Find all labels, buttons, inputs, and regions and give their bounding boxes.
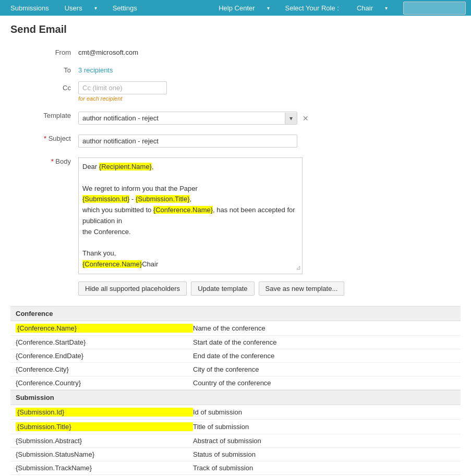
placeholder-desc: Track of submission — [193, 464, 455, 472]
template-dropdown-btn[interactable]: ▾ — [285, 113, 297, 124]
hide-placeholders-button[interactable]: Hide all supported placeholders — [78, 282, 187, 296]
body-line-conference: which you submitted to {Conference.Name}… — [82, 205, 298, 227]
subject-row: Subject — [10, 132, 461, 148]
placeholder-name: {Submission.TrackName} — [16, 464, 193, 472]
nav-role[interactable]: Chair ▾ — [346, 0, 398, 16]
placeholder-desc: Name of the conference — [193, 324, 455, 332]
role-dropdown-arrow: ▾ — [380, 0, 393, 16]
placeholder-row: {Conference.EndDate}End date of the conf… — [10, 349, 461, 363]
to-value: 3 recipients — [78, 64, 461, 74]
placeholder-name: {Conference.Country} — [16, 379, 193, 387]
navbar: Submissions Users ▾ Settings Help Center… — [0, 0, 471, 16]
placeholder-desc: Abstract of submission — [193, 437, 455, 445]
recipients-link[interactable]: 3 recipients — [78, 66, 113, 74]
users-dropdown-arrow: ▾ — [89, 0, 102, 16]
action-buttons: Hide all supported placeholders Update t… — [78, 282, 461, 296]
body-line-blank1 — [82, 173, 298, 184]
placeholder-name-highlighted: {Submission.Id} — [16, 408, 193, 417]
placeholder-desc: Start date of the conference — [193, 338, 455, 346]
page-content: Send Email From cmt@microsoft.com To 3 r… — [0, 16, 471, 476]
from-row: From cmt@microsoft.com — [10, 46, 461, 56]
placeholder-row: {Conference.StartDate}Start date of the … — [10, 336, 461, 349]
from-label: From — [10, 46, 78, 56]
placeholder-name: {Submission.Title} — [16, 422, 193, 431]
placeholder-row: {Submission.Title}Title of submission — [10, 420, 461, 434]
conference-group-header: Conference — [10, 306, 461, 321]
nav-settings[interactable]: Settings — [107, 0, 142, 16]
placeholder-submission-title-body: {Submission.Title} — [136, 195, 190, 203]
body-value: Dear {Recipient.Name}, We regret to info… — [78, 155, 461, 274]
body-line-conference2: the Conference. — [82, 227, 298, 238]
placeholder-row: {Conference.Country}Country of the confe… — [10, 376, 461, 390]
template-select-wrapper: author notification - reject ▾ — [78, 112, 297, 125]
nav-help-center[interactable]: Help Center ▾ — [208, 0, 280, 16]
placeholder-conference-name2-body: {Conference.Name} — [82, 260, 142, 268]
body-label: Body — [10, 155, 78, 165]
nav-submissions[interactable]: Submissions — [5, 0, 54, 16]
update-template-button[interactable]: Update template — [191, 282, 254, 296]
placeholder-submission-id-body: {Submission.Id} — [82, 195, 129, 203]
placeholder-desc: Id of submission — [193, 408, 455, 416]
to-row: To 3 recipients — [10, 64, 461, 74]
to-label: To — [10, 64, 78, 74]
help-dropdown-arrow: ▾ — [262, 0, 275, 16]
placeholder-name: {Submission.Id} — [16, 408, 193, 417]
placeholder-row: {Submission.TrackName}Track of submissio… — [10, 461, 461, 475]
placeholder-row: {Submission.Abstract}Abstract of submiss… — [10, 434, 461, 448]
cc-note: for each recipient — [78, 95, 167, 102]
placeholder-name: {Conference.StartDate} — [16, 338, 193, 346]
template-clear-button[interactable]: ✕ — [300, 113, 311, 124]
template-value: author notification - reject ▾ ✕ — [78, 109, 461, 125]
placeholder-desc: Country of the conference — [193, 379, 455, 387]
placeholder-name: {Submission.StatusName} — [16, 450, 193, 458]
placeholder-desc: End date of the conference — [193, 352, 455, 360]
body-editor[interactable]: Dear {Recipient.Name}, We regret to info… — [78, 157, 303, 274]
placeholder-row: {Conference.Name}Name of the conference — [10, 321, 461, 336]
body-line-signature: {Conference.Name}Chair — [82, 259, 298, 270]
placeholder-desc: Title of submission — [193, 423, 455, 431]
conference-rows: {Conference.Name}Name of the conference{… — [10, 321, 461, 390]
placeholder-row: {Submission.StatusName}Status of submiss… — [10, 448, 461, 461]
body-line-regret: We regret to inform you that the Paper — [82, 184, 298, 194]
subject-label: Subject — [10, 132, 78, 142]
body-line-submission: {Submission.Id} - {Submission.Title}, — [82, 194, 298, 205]
body-line-thanks: Thank you, — [82, 248, 298, 259]
page-title: Send Email — [10, 23, 461, 35]
nav-users[interactable]: Users ▾ — [54, 0, 107, 16]
placeholder-name: {Submission.Abstract} — [16, 437, 193, 445]
template-label: Template — [10, 109, 78, 119]
placeholder-conference-name-body: {Conference.Name} — [153, 206, 213, 214]
from-value: cmt@microsoft.com — [78, 46, 461, 56]
placeholder-desc: City of the conference — [193, 365, 455, 373]
select-role-label: Select Your Role : — [280, 0, 344, 16]
placeholder-desc: Status of submission — [193, 450, 455, 458]
cc-label: Cc — [10, 81, 78, 92]
placeholder-name-highlighted: {Conference.Name} — [16, 324, 193, 333]
save-new-template-button[interactable]: Save as new template... — [259, 282, 345, 296]
placeholder-recipient-name: {Recipient.Name} — [99, 163, 152, 170]
template-row: Template author notification - reject ▾ … — [10, 109, 461, 125]
cc-row: Cc for each recipient — [10, 81, 461, 102]
subject-value — [78, 132, 461, 148]
placeholder-name-highlighted: {Submission.Title} — [16, 422, 193, 431]
navbar-right: Help Center ▾ Select Your Role : Chair ▾ — [208, 0, 466, 16]
navbar-search[interactable] — [403, 2, 466, 15]
placeholder-row: {Conference.City}City of the conference — [10, 363, 461, 376]
placeholder-name: {Conference.Name} — [16, 324, 193, 333]
cc-input[interactable] — [78, 81, 167, 94]
placeholder-name: {Conference.EndDate} — [16, 352, 193, 360]
resize-handle[interactable]: ⊿ — [296, 263, 301, 273]
body-line-greeting: Dear {Recipient.Name}, — [82, 162, 298, 173]
body-line-blank2 — [82, 238, 298, 249]
submission-rows: {Submission.Id}Id of submission{Submissi… — [10, 405, 461, 476]
submission-group-header: Submission — [10, 390, 461, 405]
placeholder-name: {Conference.City} — [16, 365, 193, 373]
placeholder-row: {Submission.Id}Id of submission — [10, 405, 461, 420]
template-select-text: author notification - reject — [79, 112, 285, 124]
subject-input[interactable] — [78, 135, 297, 148]
cc-wrapper: for each recipient — [78, 81, 167, 102]
placeholders-section: Conference {Conference.Name}Name of the … — [10, 306, 461, 476]
body-row: Body Dear {Recipient.Name}, We regret to… — [10, 155, 461, 274]
